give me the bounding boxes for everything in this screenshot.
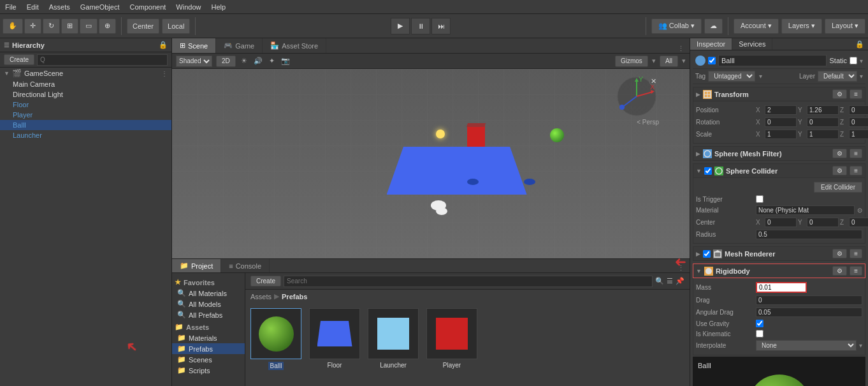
object-active-checkbox[interactable] (708, 57, 716, 64)
mesh-filter-header[interactable]: ▶ Sphere (Mesh Filter) ⚙ ≡ (693, 146, 865, 161)
lighting-icon[interactable]: ☀ (240, 57, 249, 65)
tab-console[interactable]: ≡ Console (221, 259, 270, 272)
scale-tool-btn[interactable]: ⊞ (61, 19, 78, 34)
asset-item-launcher[interactable]: Launcher (368, 308, 419, 370)
audio-icon[interactable]: 🔊 (252, 57, 264, 65)
all-models-item[interactable]: 🔍 All Models (172, 299, 245, 309)
sphere-collider-checkbox[interactable] (704, 167, 712, 175)
tab-asset-store[interactable]: 🏪 Asset Store (263, 38, 326, 53)
material-input[interactable] (756, 205, 855, 215)
asset-item-player[interactable]: Player (426, 308, 477, 370)
interpolate-arrow[interactable]: ▾ (859, 342, 862, 349)
static-dropdown[interactable]: ▾ (860, 57, 863, 64)
drag-input[interactable] (756, 295, 862, 305)
object-name-input[interactable] (718, 55, 827, 66)
transform-menu-btn[interactable]: ≡ (850, 89, 862, 99)
mesh-filter-menu-btn[interactable]: ≡ (850, 149, 862, 158)
hierarchy-lock-icon[interactable]: 🔒 (159, 41, 168, 49)
menu-help[interactable]: Help (206, 2, 231, 12)
shaded-select[interactable]: Shaded (176, 56, 212, 67)
static-checkbox[interactable] (850, 57, 857, 64)
angular-drag-input[interactable] (756, 308, 862, 317)
scale-x-input[interactable] (765, 130, 797, 139)
center-x-input[interactable] (765, 218, 797, 227)
sphere-collider-settings-btn[interactable]: ⚙ (832, 166, 847, 175)
project-create-btn[interactable]: Create (250, 276, 281, 286)
hierarchy-item-main-camera[interactable]: Main Camera (0, 79, 171, 89)
menu-edit[interactable]: Edit (22, 2, 44, 12)
mesh-renderer-menu-btn[interactable]: ≡ (850, 249, 862, 258)
rot-y-input[interactable] (807, 117, 839, 127)
assets-section[interactable]: 📁 Assets (172, 320, 245, 332)
sphere-collider-header[interactable]: ▼ Sphere Collider ⚙ ≡ (693, 163, 865, 178)
asset-item-balll[interactable]: Balll (250, 308, 301, 370)
radius-input[interactable] (756, 230, 862, 239)
layers-btn[interactable]: Layers ▾ (781, 19, 822, 34)
materials-item[interactable]: 📁 Materials (172, 332, 245, 343)
rigidbody-menu-btn[interactable]: ≡ (850, 266, 862, 276)
effects-icon[interactable]: ✦ (268, 57, 276, 65)
center-z-input[interactable] (849, 218, 868, 227)
hierarchy-item-player[interactable]: Player (0, 110, 171, 120)
transform-tool-btn[interactable]: ⊕ (99, 19, 116, 34)
hand-tool-btn[interactable]: ✋ (3, 19, 23, 34)
prefabs-item[interactable]: 📁 Prefabs (172, 343, 245, 354)
tab-game[interactable]: 🎮 Game (216, 38, 263, 53)
hierarchy-scene[interactable]: ▼ 🎬 GameScene ⋮ (0, 68, 171, 79)
local-btn[interactable]: Local (162, 19, 190, 34)
project-options-icon[interactable]: ☰ (667, 277, 673, 285)
account-btn[interactable]: Account ▾ (734, 19, 779, 34)
scripts-item[interactable]: 📁 Scripts (172, 365, 245, 376)
rot-z-input[interactable] (849, 117, 868, 127)
mode-2d-btn[interactable]: 2D (216, 56, 236, 67)
rotate-tool-btn[interactable]: ↻ (43, 19, 60, 34)
all-prefabs-item[interactable]: 🔍 All Prefabs (172, 309, 245, 320)
interpolate-select[interactable]: None (756, 340, 857, 351)
center-btn[interactable]: Center (127, 19, 159, 34)
hierarchy-item-launcher[interactable]: Launcher (0, 130, 171, 140)
scale-y-input[interactable] (807, 130, 839, 139)
breadcrumb-assets[interactable]: Assets (250, 293, 271, 301)
camera-icon[interactable]: 📷 (280, 57, 291, 65)
move-tool-btn[interactable]: ✛ (24, 19, 41, 34)
all-materials-item[interactable]: 🔍 All Materials (172, 288, 245, 299)
menu-component[interactable]: Component (124, 2, 171, 12)
hierarchy-item-floor[interactable]: Floor (0, 100, 171, 110)
tag-select[interactable]: Untagged (708, 71, 755, 82)
all-btn[interactable]: All (660, 56, 678, 67)
mesh-renderer-checkbox[interactable] (703, 250, 711, 258)
bottom-options-btn[interactable]: ⋮ (672, 264, 690, 272)
is-trigger-checkbox[interactable] (756, 195, 763, 203)
gizmos-btn[interactable]: Gizmos (615, 56, 648, 67)
mesh-renderer-settings-btn[interactable]: ⚙ (832, 249, 847, 258)
mesh-filter-settings-btn[interactable]: ⚙ (832, 149, 847, 158)
transform-header[interactable]: ▶ Transform ⚙ ≡ (693, 87, 865, 101)
tab-scene[interactable]: ⊞ Scene (172, 38, 216, 53)
cloud-btn[interactable]: ☁ (704, 19, 723, 34)
use-gravity-checkbox[interactable] (756, 320, 763, 327)
favorites-section[interactable]: ★ Favorites (172, 276, 245, 288)
menu-assets[interactable]: Assets (44, 2, 75, 12)
menu-window[interactable]: Window (171, 2, 206, 12)
layout-btn[interactable]: Layout ▾ (825, 19, 865, 34)
rigidbody-header[interactable]: ▼ Rigidbody ⚙ ≡ (693, 264, 865, 278)
hierarchy-create-btn[interactable]: Create (4, 54, 34, 65)
rect-tool-btn[interactable]: ▭ (80, 19, 98, 34)
step-btn[interactable]: ⏭ (431, 18, 451, 34)
pos-x-input[interactable] (765, 105, 797, 115)
asset-item-floor[interactable]: Floor (309, 308, 360, 370)
hierarchy-search-input[interactable] (37, 54, 168, 66)
material-pick-icon[interactable]: ⊙ (857, 207, 862, 214)
mass-input[interactable] (756, 282, 807, 293)
edit-collider-btn[interactable]: Edit Collider (814, 182, 862, 193)
scene-options-btn[interactable]: ⋮ (672, 45, 690, 53)
rigidbody-settings-btn[interactable]: ⚙ (832, 266, 847, 276)
tab-project[interactable]: 📁 Project (172, 259, 221, 272)
menu-file[interactable]: File (0, 2, 22, 12)
layer-select[interactable]: Default (818, 71, 857, 82)
layer-arrow-icon[interactable]: ▾ (860, 73, 863, 80)
hierarchy-item-directional-light[interactable]: Directional Light (0, 89, 171, 100)
project-pin-icon[interactable]: 📌 (676, 277, 684, 285)
pos-y-input[interactable] (807, 105, 839, 115)
menu-gameobject[interactable]: GameObject (75, 2, 125, 12)
